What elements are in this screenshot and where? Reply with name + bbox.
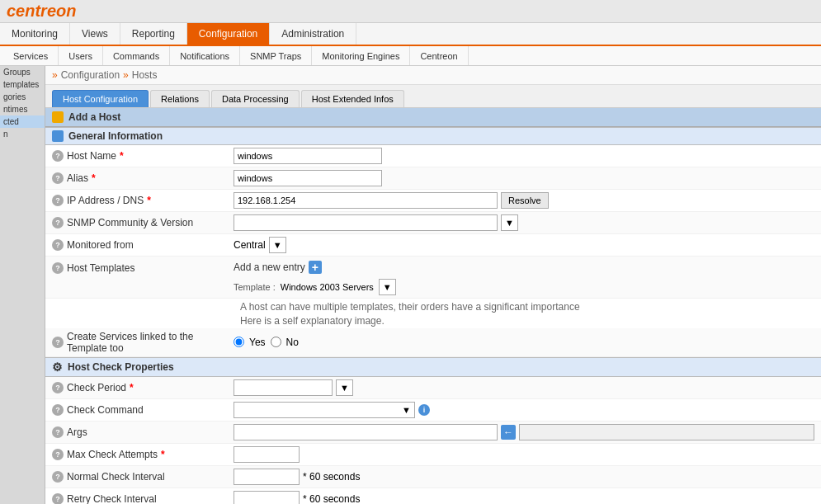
check-command-control: ▼ i: [234, 402, 814, 418]
subnav-notifications[interactable]: Notifications: [170, 46, 240, 65]
add-host-label: Add a Host: [68, 111, 120, 123]
snmp-label-container: ? SNMP Community & Version: [52, 217, 234, 228]
host-check-label: Host Check Properties: [68, 361, 174, 373]
max-check-label-container: ? Max Check Attempts *: [52, 449, 234, 460]
nav-configuration[interactable]: Configuration: [187, 23, 270, 45]
snmp-version-dropdown[interactable]: ▼: [501, 214, 518, 231]
create-services-label-container: ? Create Services linked to the Template…: [52, 331, 234, 354]
args-help-icon[interactable]: ?: [52, 426, 64, 438]
monitored-label-container: ? Monitored from: [52, 239, 234, 251]
retry-check-label-container: ? Retry Check Interval: [52, 493, 234, 504]
monitored-help-icon[interactable]: ?: [52, 239, 64, 251]
args-arrow-button[interactable]: ←: [501, 425, 516, 440]
ip-help-icon[interactable]: ?: [52, 195, 64, 206]
nav-views[interactable]: Views: [70, 23, 120, 45]
check-period-dropdown[interactable]: ▼: [336, 379, 353, 396]
alias-input[interactable]: [234, 170, 382, 186]
snmp-row: ? SNMP Community & Version ▼: [45, 212, 821, 234]
check-period-label-container: ? Check Period *: [52, 382, 234, 393]
normal-check-help-icon[interactable]: ?: [52, 471, 64, 483]
sidebar-groups[interactable]: Groups: [0, 66, 45, 78]
monitored-dropdown[interactable]: ▼: [269, 237, 286, 253]
host-name-help-icon[interactable]: ?: [52, 150, 64, 162]
normal-check-input[interactable]: [234, 469, 300, 485]
breadcrumb-separator: »: [123, 69, 129, 81]
add-new-entry-label: Add a new entry: [234, 261, 305, 273]
logo: centreon: [7, 2, 76, 21]
subnav-users[interactable]: Users: [59, 46, 103, 65]
tab-data-processing[interactable]: Data Processing: [211, 90, 300, 107]
max-check-help-icon[interactable]: ?: [52, 449, 64, 460]
add-host-icon: [52, 111, 64, 123]
main-nav: Monitoring Views Reporting Configuration…: [0, 23, 821, 46]
retry-check-input[interactable]: [234, 491, 300, 504]
snmp-community-input[interactable]: [234, 214, 498, 231]
check-command-help-icon[interactable]: ?: [52, 404, 64, 416]
nav-monitoring[interactable]: Monitoring: [0, 23, 70, 45]
host-templates-help-icon[interactable]: ?: [52, 262, 64, 274]
host-templates-control: Add a new entry + Template : Windows 200…: [234, 261, 814, 295]
check-command-label-container: ? Check Command: [52, 404, 234, 416]
host-name-required: *: [120, 150, 124, 162]
subnav-commands[interactable]: Commands: [103, 46, 170, 65]
host-name-input[interactable]: [234, 148, 382, 164]
subnav-services[interactable]: Services: [3, 46, 59, 65]
tab-relations[interactable]: Relations: [150, 90, 210, 107]
host-name-control: [234, 148, 814, 164]
create-services-help-icon[interactable]: ?: [52, 337, 64, 348]
args-row: ? Args ←: [45, 422, 821, 444]
breadcrumb-hosts: Hosts: [132, 69, 158, 81]
add-new-entry-button[interactable]: +: [309, 261, 322, 274]
create-services-label: Create Services linked to the Template t…: [67, 331, 234, 354]
args-control: ←: [234, 424, 814, 440]
max-check-control: [234, 446, 814, 463]
snmp-help-icon[interactable]: ?: [52, 217, 64, 228]
alias-help-icon[interactable]: ?: [52, 172, 64, 184]
monitored-label: Monitored from: [67, 239, 134, 251]
host-check-header: ⚙ Host Check Properties: [45, 357, 821, 377]
sidebar-n[interactable]: n: [0, 128, 45, 140]
sidebar-templates[interactable]: templates: [0, 78, 45, 91]
template-row: Template : Windows 2003 Servers ▼: [234, 279, 396, 295]
sidebar-cted[interactable]: cted: [0, 115, 45, 128]
args-input[interactable]: [234, 424, 498, 440]
tab-host-extended-infos[interactable]: Host Extended Infos: [301, 90, 404, 107]
nav-administration[interactable]: Administration: [270, 23, 356, 45]
max-check-required: *: [161, 449, 165, 460]
check-command-row: ? Check Command ▼ i: [45, 399, 821, 422]
sidebar-times[interactable]: ntimes: [0, 103, 45, 115]
retry-check-help-icon[interactable]: ?: [52, 493, 64, 504]
normal-check-control: * 60 seconds: [234, 469, 814, 485]
ip-input[interactable]: [234, 192, 498, 209]
create-services-yes-radio[interactable]: [234, 337, 244, 347]
subnav-snmp-traps[interactable]: SNMP Traps: [240, 46, 312, 65]
max-check-input[interactable]: [234, 446, 300, 463]
max-check-label: Max Check Attempts: [67, 449, 158, 460]
nav-reporting[interactable]: Reporting: [120, 23, 187, 45]
check-command-dropdown[interactable]: ▼: [234, 402, 415, 418]
template-label: Template :: [234, 282, 276, 292]
template-info: A host can have multiple templates, thei…: [45, 299, 821, 328]
general-info-header: General Information: [45, 127, 821, 145]
alias-label: Alias: [67, 172, 88, 184]
normal-check-label-container: ? Normal Check Interval: [52, 471, 234, 483]
tabs-container: Host Configuration Relations Data Proces…: [45, 85, 821, 108]
check-period-row: ? Check Period * ▼: [45, 377, 821, 399]
args-extra-field[interactable]: [519, 424, 814, 440]
sidebar-categories[interactable]: gories: [0, 91, 45, 103]
subnav-centreon[interactable]: Centreon: [410, 46, 468, 65]
retry-check-suffix: * 60 seconds: [303, 493, 360, 504]
check-period-help-icon[interactable]: ?: [52, 382, 64, 393]
resolve-button[interactable]: Resolve: [501, 192, 549, 209]
check-period-input[interactable]: [234, 379, 333, 396]
normal-check-suffix: * 60 seconds: [303, 471, 360, 483]
ip-label: IP Address / DNS: [67, 195, 144, 206]
create-services-no-radio[interactable]: [271, 337, 281, 347]
yes-label: Yes: [249, 337, 266, 348]
template-dropdown[interactable]: ▼: [379, 279, 396, 295]
check-command-info-icon[interactable]: i: [418, 404, 430, 416]
add-entry-container: Add a new entry +: [234, 261, 322, 274]
create-services-row: ? Create Services linked to the Template…: [45, 328, 821, 357]
tab-host-configuration[interactable]: Host Configuration: [52, 90, 149, 107]
subnav-monitoring-engines[interactable]: Monitoring Engines: [312, 46, 410, 65]
